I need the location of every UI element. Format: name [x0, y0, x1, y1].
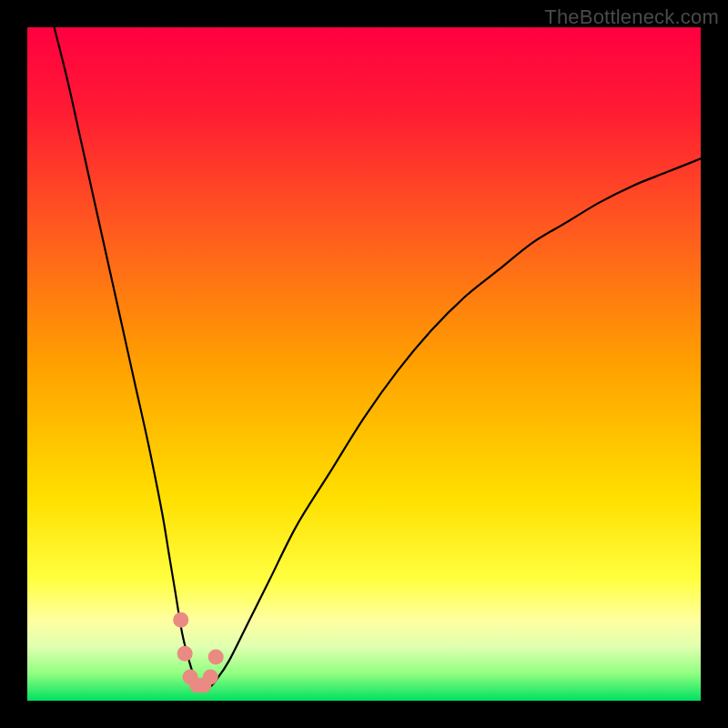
trough-marker — [208, 649, 224, 664]
trough-marker — [177, 646, 193, 662]
plot-background — [27, 27, 701, 701]
trough-marker — [173, 612, 188, 628]
chart-container: TheBottleneck.com — [0, 0, 728, 728]
watermark-text: TheBottleneck.com — [544, 5, 719, 29]
trough-marker — [203, 670, 218, 685]
bottleneck-plot — [0, 0, 728, 728]
